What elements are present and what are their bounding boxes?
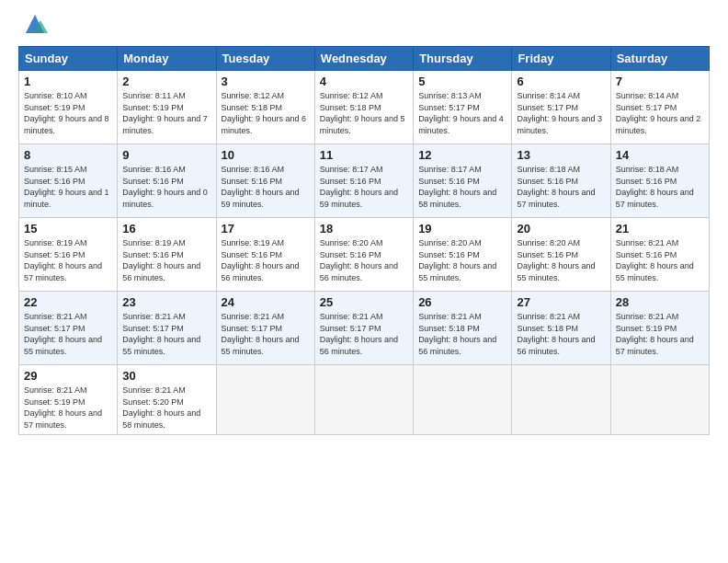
col-header-tuesday: Tuesday: [216, 47, 314, 71]
calendar-week-row: 22Sunrise: 8:21 AMSunset: 5:17 PMDayligh…: [19, 292, 710, 365]
day-number: 29: [24, 369, 112, 383]
calendar-cell: 25Sunrise: 8:21 AMSunset: 5:17 PMDayligh…: [314, 292, 413, 365]
calendar-cell: 28Sunrise: 8:21 AMSunset: 5:19 PMDayligh…: [610, 292, 709, 365]
day-number: 24: [222, 295, 310, 309]
calendar-cell: 12Sunrise: 8:17 AMSunset: 5:16 PMDayligh…: [414, 144, 512, 218]
day-detail: Sunrise: 8:21 AMSunset: 5:18 PMDaylight:…: [418, 311, 506, 357]
day-number: 11: [320, 148, 408, 162]
day-detail: Sunrise: 8:21 AMSunset: 5:16 PMDaylight:…: [616, 237, 704, 283]
day-detail: Sunrise: 8:21 AMSunset: 5:18 PMDaylight:…: [517, 311, 605, 357]
calendar-cell: [314, 365, 413, 435]
calendar-cell: [512, 365, 610, 435]
day-detail: Sunrise: 8:15 AMSunset: 5:16 PMDaylight:…: [24, 164, 112, 210]
calendar-week-row: 1Sunrise: 8:10 AMSunset: 5:19 PMDaylight…: [19, 71, 710, 144]
day-detail: Sunrise: 8:14 AMSunset: 5:17 PMDaylight:…: [616, 90, 704, 136]
day-number: 14: [616, 148, 704, 162]
calendar-cell: 1Sunrise: 8:10 AMSunset: 5:19 PMDaylight…: [19, 71, 118, 144]
calendar-cell: 8Sunrise: 8:15 AMSunset: 5:16 PMDaylight…: [19, 144, 118, 218]
day-detail: Sunrise: 8:12 AMSunset: 5:18 PMDaylight:…: [222, 90, 310, 136]
calendar-cell: 22Sunrise: 8:21 AMSunset: 5:17 PMDayligh…: [19, 292, 118, 365]
calendar-cell: 27Sunrise: 8:21 AMSunset: 5:18 PMDayligh…: [512, 292, 610, 365]
day-detail: Sunrise: 8:17 AMSunset: 5:16 PMDaylight:…: [418, 164, 506, 210]
logo: [18, 15, 48, 37]
calendar-cell: 24Sunrise: 8:21 AMSunset: 5:17 PMDayligh…: [216, 292, 314, 365]
calendar-cell: 19Sunrise: 8:20 AMSunset: 5:16 PMDayligh…: [414, 218, 512, 292]
calendar-cell: 23Sunrise: 8:21 AMSunset: 5:17 PMDayligh…: [118, 292, 216, 365]
day-number: 28: [616, 295, 704, 309]
calendar-cell: 20Sunrise: 8:20 AMSunset: 5:16 PMDayligh…: [512, 218, 610, 292]
day-number: 7: [616, 75, 704, 88]
calendar-cell: 2Sunrise: 8:11 AMSunset: 5:19 PMDaylight…: [118, 71, 216, 144]
day-number: 27: [517, 295, 605, 309]
day-detail: Sunrise: 8:21 AMSunset: 5:19 PMDaylight:…: [24, 385, 112, 431]
calendar-cell: [610, 365, 709, 435]
calendar-cell: 21Sunrise: 8:21 AMSunset: 5:16 PMDayligh…: [610, 218, 709, 292]
day-number: 22: [24, 295, 112, 309]
calendar-cell: 4Sunrise: 8:12 AMSunset: 5:18 PMDaylight…: [314, 71, 413, 144]
col-header-thursday: Thursday: [414, 47, 512, 71]
day-detail: Sunrise: 8:19 AMSunset: 5:16 PMDaylight:…: [222, 237, 310, 283]
day-number: 26: [418, 295, 506, 309]
day-number: 25: [320, 295, 408, 309]
day-detail: Sunrise: 8:21 AMSunset: 5:17 PMDaylight:…: [122, 311, 210, 357]
calendar-cell: 18Sunrise: 8:20 AMSunset: 5:16 PMDayligh…: [314, 218, 413, 292]
day-number: 8: [24, 148, 112, 162]
col-header-wednesday: Wednesday: [314, 47, 413, 71]
calendar-cell: 10Sunrise: 8:16 AMSunset: 5:16 PMDayligh…: [216, 144, 314, 218]
day-number: 30: [122, 369, 210, 383]
calendar-header-row: SundayMondayTuesdayWednesdayThursdayFrid…: [19, 47, 710, 71]
day-number: 3: [222, 75, 310, 88]
calendar-cell: 17Sunrise: 8:19 AMSunset: 5:16 PMDayligh…: [216, 218, 314, 292]
calendar-cell: [216, 365, 314, 435]
calendar-cell: 13Sunrise: 8:18 AMSunset: 5:16 PMDayligh…: [512, 144, 610, 218]
calendar-cell: 26Sunrise: 8:21 AMSunset: 5:18 PMDayligh…: [414, 292, 512, 365]
day-detail: Sunrise: 8:18 AMSunset: 5:16 PMDaylight:…: [616, 164, 704, 210]
day-number: 12: [418, 148, 506, 162]
day-detail: Sunrise: 8:20 AMSunset: 5:16 PMDaylight:…: [517, 237, 605, 283]
day-detail: Sunrise: 8:14 AMSunset: 5:17 PMDaylight:…: [517, 90, 605, 136]
day-detail: Sunrise: 8:21 AMSunset: 5:19 PMDaylight:…: [616, 311, 704, 357]
calendar-cell: 30Sunrise: 8:21 AMSunset: 5:20 PMDayligh…: [118, 365, 216, 435]
calendar-cell: 6Sunrise: 8:14 AMSunset: 5:17 PMDaylight…: [512, 71, 610, 144]
day-number: 5: [418, 75, 506, 88]
day-detail: Sunrise: 8:21 AMSunset: 5:17 PMDaylight:…: [222, 311, 310, 357]
header: [18, 15, 710, 37]
calendar-week-row: 15Sunrise: 8:19 AMSunset: 5:16 PMDayligh…: [19, 218, 710, 292]
calendar-cell: 16Sunrise: 8:19 AMSunset: 5:16 PMDayligh…: [118, 218, 216, 292]
day-detail: Sunrise: 8:10 AMSunset: 5:19 PMDaylight:…: [24, 90, 112, 136]
calendar-cell: 3Sunrise: 8:12 AMSunset: 5:18 PMDaylight…: [216, 71, 314, 144]
col-header-saturday: Saturday: [610, 47, 709, 71]
day-number: 13: [517, 148, 605, 162]
day-detail: Sunrise: 8:18 AMSunset: 5:16 PMDaylight:…: [517, 164, 605, 210]
col-header-monday: Monday: [118, 47, 216, 71]
calendar-cell: 5Sunrise: 8:13 AMSunset: 5:17 PMDaylight…: [414, 71, 512, 144]
day-detail: Sunrise: 8:21 AMSunset: 5:17 PMDaylight:…: [320, 311, 408, 357]
page: SundayMondayTuesdayWednesdayThursdayFrid…: [0, 0, 728, 563]
day-detail: Sunrise: 8:16 AMSunset: 5:16 PMDaylight:…: [222, 164, 310, 210]
calendar-cell: 11Sunrise: 8:17 AMSunset: 5:16 PMDayligh…: [314, 144, 413, 218]
day-number: 9: [122, 148, 210, 162]
calendar-table: SundayMondayTuesdayWednesdayThursdayFrid…: [18, 46, 710, 435]
day-number: 15: [24, 222, 112, 236]
calendar-week-row: 29Sunrise: 8:21 AMSunset: 5:19 PMDayligh…: [19, 365, 710, 435]
day-number: 19: [418, 222, 506, 236]
day-number: 21: [616, 222, 704, 236]
day-detail: Sunrise: 8:20 AMSunset: 5:16 PMDaylight:…: [320, 237, 408, 283]
day-number: 2: [122, 75, 210, 88]
logo-icon: [22, 11, 48, 37]
day-number: 10: [222, 148, 310, 162]
calendar-cell: 9Sunrise: 8:16 AMSunset: 5:16 PMDaylight…: [118, 144, 216, 218]
calendar-cell: 15Sunrise: 8:19 AMSunset: 5:16 PMDayligh…: [19, 218, 118, 292]
calendar-cell: [414, 365, 512, 435]
day-number: 23: [122, 295, 210, 309]
day-detail: Sunrise: 8:19 AMSunset: 5:16 PMDaylight:…: [122, 237, 210, 283]
day-detail: Sunrise: 8:11 AMSunset: 5:19 PMDaylight:…: [122, 90, 210, 136]
col-header-friday: Friday: [512, 47, 610, 71]
day-detail: Sunrise: 8:21 AMSunset: 5:20 PMDaylight:…: [122, 385, 210, 431]
calendar-week-row: 8Sunrise: 8:15 AMSunset: 5:16 PMDaylight…: [19, 144, 710, 218]
day-detail: Sunrise: 8:20 AMSunset: 5:16 PMDaylight:…: [418, 237, 506, 283]
calendar-cell: 29Sunrise: 8:21 AMSunset: 5:19 PMDayligh…: [19, 365, 118, 435]
day-number: 20: [517, 222, 605, 236]
day-detail: Sunrise: 8:19 AMSunset: 5:16 PMDaylight:…: [24, 237, 112, 283]
day-number: 18: [320, 222, 408, 236]
